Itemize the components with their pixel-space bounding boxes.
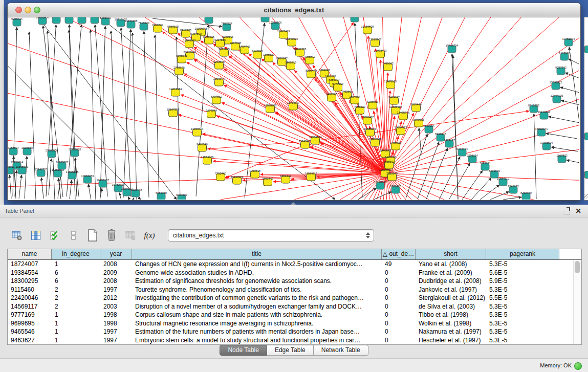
table-row[interactable]: 977716911998Corpus callosum shape and si… xyxy=(8,311,581,319)
graph-node[interactable]: 18300295 xyxy=(264,104,277,113)
tab-edge-table[interactable]: Edge Table xyxy=(267,345,314,356)
graph-node[interactable]: 20691406 xyxy=(36,17,49,25)
graph-node[interactable]: 16543362 xyxy=(183,39,196,48)
table-row[interactable]: 2242004622012Investigating the contribut… xyxy=(8,294,581,302)
scrollbar-thumb[interactable] xyxy=(575,261,580,273)
graph-node[interactable]: 10107554 xyxy=(167,108,180,117)
graph-node[interactable]: 8912978 xyxy=(180,29,191,37)
graph-node[interactable]: 12213384 xyxy=(169,87,182,96)
graph-node[interactable]: 9170064 xyxy=(206,109,217,118)
graph-node[interactable]: 8454749 xyxy=(239,45,250,54)
column-header-pagerank[interactable]: pagerank xyxy=(486,249,559,259)
graph-node[interactable]: 9474444 xyxy=(456,147,468,156)
graph-node[interactable]: 12088155 xyxy=(50,17,63,24)
close-panel-icon[interactable]: ✕ xyxy=(575,206,581,216)
graph-node[interactable]: 1167533 xyxy=(556,154,567,163)
graph-node[interactable]: 7485063 xyxy=(382,62,394,71)
graph-node[interactable]: 18640910 xyxy=(286,37,298,46)
zoom-window-button[interactable] xyxy=(34,7,40,13)
graph-node[interactable]: 9146821 xyxy=(252,50,263,58)
graph-node[interactable]: 9227343 xyxy=(555,66,567,75)
graph-node[interactable]: 17957253 xyxy=(81,174,94,183)
graph-node[interactable]: 1615132 xyxy=(383,160,395,169)
table-row[interactable]: 1872400712008Changes of HCN gene express… xyxy=(8,260,581,269)
table-row[interactable]: 1830029562008Estimation of significance … xyxy=(8,277,581,286)
graph-node[interactable]: 18807249 xyxy=(369,138,382,146)
select-all-icon[interactable] xyxy=(48,229,61,242)
graph-node[interactable]: 16367059 xyxy=(231,176,244,184)
graph-node[interactable]: 9660128 xyxy=(167,25,179,34)
graph-node[interactable]: 5051358 xyxy=(156,191,167,200)
graph-node[interactable]: 17016504 xyxy=(540,141,553,150)
graph-node[interactable]: 9699695 xyxy=(413,118,424,127)
graph-node[interactable]: 1353648 xyxy=(249,169,260,178)
graph-node[interactable]: 19751074 xyxy=(562,37,575,46)
graph-node[interactable]: 2935114 xyxy=(467,154,477,163)
graph-node[interactable]: 18495796 xyxy=(397,111,410,120)
column-header-year[interactable]: year xyxy=(100,249,132,259)
graph-node[interactable]: 7252460 xyxy=(215,172,226,181)
float-panel-icon[interactable] xyxy=(563,208,570,214)
graph-node[interactable]: 6497568 xyxy=(326,93,337,101)
graph-node[interactable]: 1527602 xyxy=(89,17,100,24)
network-canvas[interactable]: 9355724206914061208815598862201065326715… xyxy=(8,17,579,200)
graph-node[interactable]: 10653267 xyxy=(76,17,89,24)
graph-node[interactable]: 8990448 xyxy=(306,69,317,78)
column-header-short[interactable]: short xyxy=(416,249,486,259)
delete-table-icon[interactable] xyxy=(105,229,118,242)
graph-node[interactable]: 12444195 xyxy=(551,94,563,103)
graph-node[interactable]: 9465546 xyxy=(197,143,208,151)
function-builder-icon[interactable]: f(x) xyxy=(143,229,156,242)
graph-node[interactable]: 8427552 xyxy=(211,95,222,104)
graph-node[interactable]: 9756928 xyxy=(390,141,401,150)
graph-node[interactable]: 6479197 xyxy=(444,139,455,147)
graph-node[interactable]: 2620650 xyxy=(21,146,33,155)
graph-node[interactable]: 20206536 xyxy=(46,149,58,158)
graph-node[interactable]: 16154808 xyxy=(361,25,374,34)
graph-node[interactable]: 3824554 xyxy=(349,95,360,104)
graph-node[interactable]: 9115460 xyxy=(410,103,421,112)
graph-node[interactable]: 7663822 xyxy=(152,24,163,32)
table-row[interactable]: 946554611997Estimation of the future num… xyxy=(8,327,581,336)
graph-node[interactable]: 19654923 xyxy=(395,126,407,135)
graph-node[interactable]: 13363714 xyxy=(191,127,204,136)
graph-node[interactable]: 9123960 xyxy=(559,52,570,60)
graph-node[interactable]: 12213967 xyxy=(369,38,382,47)
graph-node[interactable]: 2522549 xyxy=(386,172,398,181)
graph-node[interactable]: 9355724 xyxy=(11,17,23,26)
graph-node[interactable]: 9463627 xyxy=(388,96,400,104)
graph-node[interactable]: 1588520 xyxy=(263,53,274,62)
graph-node[interactable]: 10688609 xyxy=(364,127,377,136)
close-window-button[interactable] xyxy=(15,7,22,13)
graph-node[interactable]: 8292450 xyxy=(520,191,532,200)
graph-node[interactable]: 15345451 xyxy=(299,140,312,148)
table-row[interactable]: 911546021997Tourette syndrome. Phenomeno… xyxy=(8,286,581,294)
graph-node[interactable]: 16210643 xyxy=(538,111,551,119)
graph-node[interactable]: 1640954 xyxy=(423,124,434,133)
graph-node[interactable]: 9242848 xyxy=(213,60,225,69)
graph-node[interactable]: 1929102 xyxy=(121,187,133,196)
graph-node[interactable]: 17554469 xyxy=(201,156,214,164)
resize-grip-icon[interactable] xyxy=(584,194,588,199)
graph-node[interactable]: 9598371 xyxy=(176,54,187,63)
table-row[interactable]: 946362711997Embryonic stem cells: a mode… xyxy=(8,336,581,345)
graph-node[interactable]: 6466140 xyxy=(100,17,111,25)
column-header-in_degree[interactable]: in_degree xyxy=(52,249,100,259)
graph-node[interactable]: 9886220 xyxy=(63,17,75,24)
graph-node[interactable]: 15720407 xyxy=(361,116,374,124)
graph-node[interactable]: 2887682 xyxy=(349,17,360,22)
graph-node[interactable]: 2803144 xyxy=(213,77,225,86)
graph-node[interactable]: 12342757 xyxy=(35,168,48,177)
graph-node[interactable]: 9245652 xyxy=(508,185,519,193)
graph-node[interactable]: 10973493 xyxy=(374,49,387,58)
graph-node[interactable]: 1851444 xyxy=(280,174,291,183)
graph-node[interactable]: 15892971 xyxy=(535,127,548,136)
network-window-titlebar[interactable]: citations_edges.txt xyxy=(8,3,580,17)
graph-node[interactable]: 8186328 xyxy=(203,35,214,44)
graph-node[interactable]: 7158807 xyxy=(8,146,19,155)
graph-node[interactable]: 7515520 xyxy=(138,21,149,30)
table-row[interactable]: 969969511998Structural magnetic resonanc… xyxy=(8,319,581,328)
column-header-name[interactable]: name xyxy=(8,249,52,259)
graph-node[interactable]: 7955812 xyxy=(304,55,315,64)
new-table-icon[interactable] xyxy=(86,229,99,242)
